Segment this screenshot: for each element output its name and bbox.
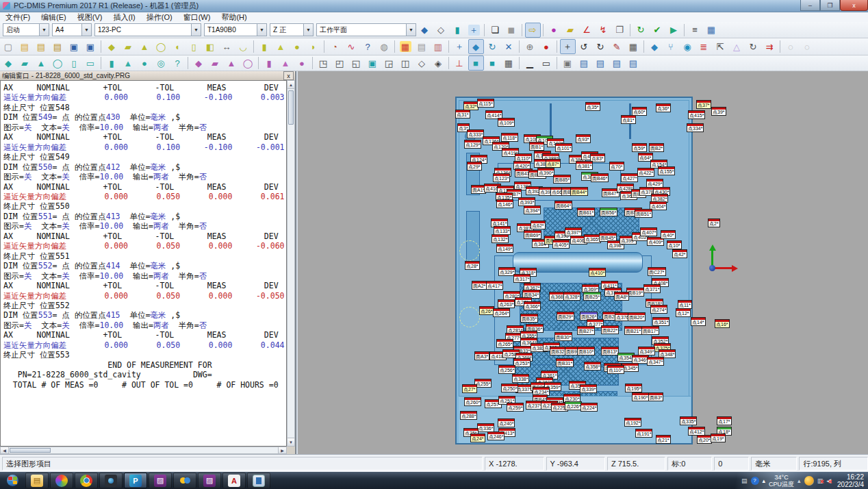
cad-dimension-label[interactable]: 点190* (632, 392, 649, 401)
cad-dimension-label[interactable]: 点24* (470, 434, 485, 442)
doc-gray-icon[interactable]: ▤ (414, 39, 430, 54)
move-machine-icon[interactable]: ＋ (466, 23, 482, 38)
angle-dim-icon[interactable]: ∠ (579, 23, 595, 38)
cad-dimension-label[interactable]: 圆B27* (577, 326, 595, 335)
cpu-temperature[interactable]: 34°CCPU温度 (769, 474, 794, 488)
cad-dimension-label[interactable]: 圆B2* (649, 143, 664, 152)
measured-line-icon[interactable]: ▰ (120, 39, 136, 54)
cad-dimension-label[interactable]: 点192* (624, 418, 641, 427)
goto-arrow-icon[interactable]: ⇨ (525, 23, 541, 38)
cad-dimension-label[interactable]: 点255* (474, 379, 492, 388)
view-back-cube-icon[interactable]: ◫ (398, 55, 413, 71)
measured-sphere-icon[interactable]: ● (290, 39, 305, 54)
save-as-icon[interactable]: ▣ (83, 39, 99, 54)
measured-cylinder-icon[interactable]: ▮ (257, 39, 272, 54)
cad-dimension-label[interactable]: 圆A2* (472, 281, 487, 290)
auto-sphere-icon[interactable]: ● (137, 55, 153, 71)
cad-dimension-label[interactable]: 圆B30* (554, 332, 572, 341)
cons-plane-icon[interactable]: ▲ (224, 55, 240, 71)
new-file-icon[interactable]: ▢ (1, 39, 16, 54)
cad-dimension-label[interactable]: 点335* (680, 416, 697, 425)
scroll-left-icon[interactable]: ◀ (1, 447, 9, 453)
menu-item[interactable]: 操作(O) (141, 12, 178, 23)
menu-item[interactable]: 帮助(H) (216, 12, 252, 23)
cons-cone-icon[interactable]: ▲ (278, 55, 294, 71)
vertical-scroll-thumb[interactable] (288, 90, 294, 125)
chevron-down-icon[interactable]: ▼ (81, 24, 91, 36)
cad-dimension-label[interactable]: 圆B44* (570, 187, 588, 196)
chevron-down-icon[interactable]: ▼ (191, 24, 201, 36)
cad-dimension-label[interactable]: 点358* (584, 362, 601, 371)
tray-expand-icon[interactable]: ▴ (763, 477, 766, 484)
cad-dimension-label[interactable]: 点101* (555, 143, 572, 152)
cad-dimension-label[interactable]: 点59* (632, 143, 647, 152)
help-mode-icon[interactable]: ? (360, 39, 376, 54)
cad-dimension-label[interactable]: 点226* (565, 401, 582, 410)
layers-icon[interactable]: ≣ (696, 39, 712, 54)
cad-dimension-label[interactable]: 点264* (493, 308, 510, 317)
cad-dimension-label[interactable]: 点42* (672, 249, 687, 258)
axes-dim-icon[interactable]: ↯ (596, 23, 611, 38)
edit-window-close-icon[interactable]: x (283, 71, 294, 80)
cad-dimension-label[interactable]: 点146* (496, 199, 513, 208)
cad-dimension-label[interactable]: 点260* (464, 397, 481, 406)
minimize-button[interactable]: – (800, 0, 820, 11)
view-front-cube-icon[interactable]: ◰ (332, 55, 348, 71)
view-bottom-cube-icon[interactable]: ◇ (414, 55, 430, 71)
taskbar-browser-360[interactable] (50, 473, 73, 488)
taskbar-remote-window[interactable] (247, 473, 270, 488)
cons-cylinder-icon[interactable]: ▮ (261, 55, 277, 71)
measured-point-icon[interactable]: ◆ (104, 39, 120, 54)
cad-dimension-label[interactable]: 点123* (493, 173, 510, 182)
cad-dimension-label[interactable]: 点19* (711, 434, 726, 442)
measured-plane-icon[interactable]: ▲ (137, 39, 153, 54)
rotate-cube-icon[interactable]: ↻ (745, 39, 761, 54)
taskbar-coreldraw2[interactable]: ▨ (198, 473, 221, 488)
report-view2-icon[interactable]: ▤ (593, 55, 609, 71)
cad-dimension-label[interactable]: 圆B10* (577, 347, 595, 355)
cad-dimension-label[interactable]: 点347* (647, 357, 664, 366)
gauge-icon[interactable]: ◔ (327, 39, 343, 54)
auto-cylinder-icon[interactable]: ▮ (104, 55, 120, 71)
sphere-tool-icon[interactable]: ● (546, 23, 562, 38)
maximize-rect-icon[interactable]: ▭ (539, 55, 554, 71)
cad-dimension-label[interactable]: 点29* (467, 162, 482, 171)
view-grid-icon[interactable]: ▦ (501, 55, 517, 71)
cad-dimension-label[interactable]: 点415* (688, 110, 705, 119)
cad-dimension-label[interactable]: 圆B29* (557, 312, 574, 321)
measured-surface-icon[interactable]: ◗ (306, 39, 322, 54)
chevron-down-icon[interactable]: ▼ (406, 24, 416, 36)
start-button[interactable] (1, 473, 24, 488)
cad-dimension-label[interactable]: 点118* (501, 133, 518, 142)
cad-dimension-label[interactable]: 点259* (507, 403, 524, 412)
view-axis-combo[interactable]: Z 正▼ (270, 23, 314, 36)
taskbar-acrobat[interactable]: A (222, 473, 246, 488)
edit-window-titlebar[interactable]: 编辑窗口 - 21-8228_6000_std_cavity.PRG x (0, 71, 295, 81)
volume-muted-icon[interactable]: ◀✕ (826, 477, 831, 484)
cad-dimension-label[interactable]: 点12* (676, 308, 691, 317)
close-file-icon[interactable]: ▤ (50, 39, 66, 54)
network-error-icon[interactable]: ▥✕ (817, 477, 824, 484)
auto-plane-icon[interactable]: ▲ (34, 55, 49, 71)
cad-dimension-label[interactable]: 点328* (563, 292, 580, 301)
mark-line-icon[interactable]: ▰ (563, 23, 578, 38)
cad-dimension-label[interactable]: 点10* (667, 240, 682, 249)
cad-dimension-label[interactable]: 点110* (607, 365, 624, 374)
cad-dimension-label[interactable]: 点17* (717, 416, 732, 425)
menu-item[interactable]: 窗口(W) (178, 12, 216, 23)
globe-wire-icon[interactable]: ⊕ (522, 39, 538, 54)
workplane-combo[interactable]: 工作平面▼ (316, 23, 416, 36)
measured-width-icon[interactable]: ↔ (219, 39, 235, 54)
gear-pair2-icon[interactable]: ◌ (800, 39, 815, 54)
cad-dimension-label[interactable]: 点14* (691, 317, 706, 326)
taskbar-balls-app[interactable] (173, 473, 196, 488)
chevron-down-icon[interactable]: ▼ (303, 24, 313, 36)
cad-dimension-label[interactable]: 圆B25* (583, 292, 601, 301)
cad-dimension-label[interactable]: 点62* (531, 221, 546, 229)
cad-dimension-label[interactable]: 点149* (496, 244, 513, 253)
cad-dimension-label[interactable]: 点129* (464, 140, 481, 149)
view-solid2-icon[interactable]: ■ (485, 55, 500, 71)
cad-solid-icon[interactable]: ◆ (647, 39, 663, 54)
cad-dimension-label[interactable]: 点256* (498, 365, 515, 374)
view-iso-cube-icon[interactable]: ◳ (316, 55, 331, 71)
